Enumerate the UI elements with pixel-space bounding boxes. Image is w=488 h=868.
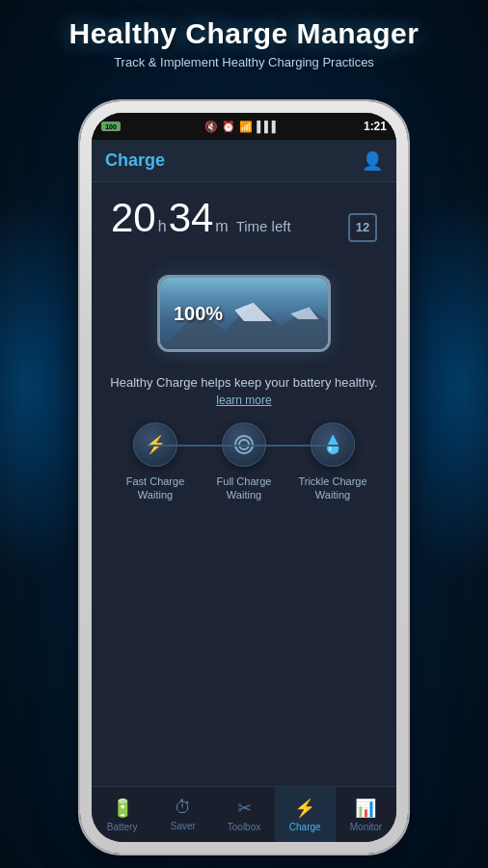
charge-app-title: Charge <box>105 150 165 171</box>
phone-outer-shell: 100 🔇 ⏰ 📶 ▌▌▌ 1:21 Charge 👤 <box>80 101 408 854</box>
modes-connector-line <box>149 445 339 447</box>
phone-mockup: 100 🔇 ⏰ 📶 ▌▌▌ 1:21 Charge 👤 <box>80 101 408 854</box>
alarm-icon: ⏰ <box>222 121 235 133</box>
nav-battery-label: Battery <box>107 822 138 832</box>
battery-status-icon: 100 <box>101 122 121 131</box>
trickle-charge-mode[interactable]: 💧 Trickle ChargeWaiting <box>288 422 377 502</box>
charge-app-header: Charge 👤 <box>92 140 396 182</box>
nav-charge-label: Charge <box>289 822 321 832</box>
full-charge-label: Full ChargeWaiting <box>217 475 272 502</box>
status-bar-left: 100 <box>101 122 121 131</box>
nav-saver[interactable]: ⏱ Saver <box>152 787 213 842</box>
nav-monitor-label: Monitor <box>350 822 382 832</box>
nav-toolbox-icon: ✂ <box>237 798 252 819</box>
nav-monitor[interactable]: 📊 Monitor <box>336 787 396 842</box>
nav-battery-icon: 🔋 <box>112 798 133 819</box>
fast-charge-label: Fast ChargeWaiting <box>126 475 185 502</box>
full-charge-mode[interactable]: Full ChargeWaiting <box>200 422 288 502</box>
app-header-section: Healthy Charge Manager Track & Implement… <box>0 0 488 79</box>
app-main-content: 20 h 34 m Time left 12 <box>92 182 396 786</box>
battery-body: 100% <box>157 275 331 352</box>
user-profile-icon[interactable]: 👤 <box>362 150 383 172</box>
minutes-unit: m <box>215 218 228 235</box>
nav-charge-icon: ⚡ <box>294 798 315 819</box>
fast-charge-mode[interactable]: ⚡ Fast ChargeWaiting <box>111 422 200 502</box>
main-subtitle: Track & Implement Healthy Charging Pract… <box>19 55 469 69</box>
nav-monitor-icon: 📊 <box>355 798 376 819</box>
learn-more-link[interactable]: learn more <box>216 393 271 407</box>
wifi-icon: 📶 <box>239 121 253 133</box>
status-icons-group: 🔇 ⏰ 📶 ▌▌▌ <box>204 121 279 133</box>
trickle-charge-label: Trickle ChargeWaiting <box>298 475 366 502</box>
hours-unit: h <box>158 218 167 235</box>
charge-modes-row: ⚡ Fast ChargeWaiting Full ChargeWaiting <box>101 422 387 502</box>
time-left-display: 20 h 34 m Time left 12 <box>101 198 387 242</box>
bottom-navigation: 🔋 Battery ⏱ Saver ✂ Toolbox ⚡ Charge 📊 <box>92 786 396 842</box>
battery-tip <box>330 300 331 327</box>
calendar-icon[interactable]: 12 <box>348 213 377 242</box>
main-title: Healthy Charge Manager <box>19 17 469 50</box>
time-numbers: 20 h 34 m Time left <box>111 198 291 238</box>
nav-toolbox-label: Toolbox <box>228 822 260 832</box>
battery-visual: 100% <box>148 265 340 362</box>
minutes-value: 34 <box>169 198 214 238</box>
nav-toolbox[interactable]: ✂ Toolbox <box>213 787 274 842</box>
nav-saver-label: Saver <box>171 821 196 831</box>
signal-icon: ▌▌▌ <box>257 121 279 132</box>
nav-battery[interactable]: 🔋 Battery <box>92 787 152 842</box>
status-time: 1:21 <box>364 120 387 133</box>
nav-charge[interactable]: ⚡ Charge <box>275 787 336 842</box>
phone-screen: 100 🔇 ⏰ 📶 ▌▌▌ 1:21 Charge 👤 <box>92 113 396 842</box>
status-bar: 100 🔇 ⏰ 📶 ▌▌▌ 1:21 <box>92 113 396 140</box>
nav-saver-icon: ⏱ <box>175 798 192 818</box>
time-left-label: Time left <box>236 218 291 234</box>
battery-percent-label: 100% <box>174 302 223 324</box>
mute-icon: 🔇 <box>204 121 218 133</box>
healthy-charge-info: Healthy Charge helps keep your battery h… <box>110 375 377 390</box>
hours-value: 20 <box>111 198 156 238</box>
